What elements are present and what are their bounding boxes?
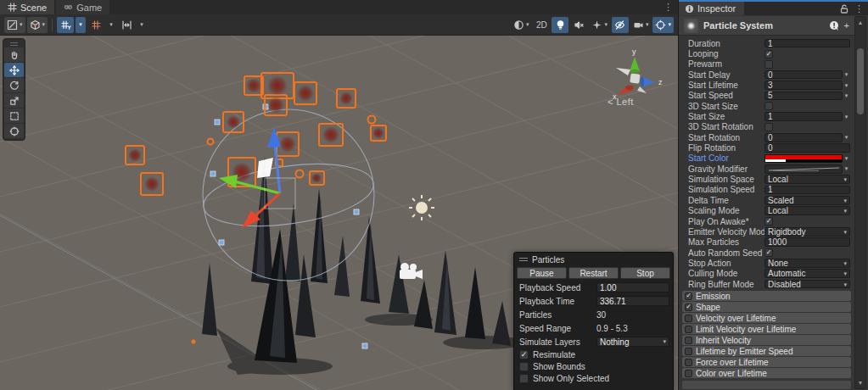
scene-viewport[interactable]: y z x < Left Particles PauseRestartStop … bbox=[0, 36, 678, 390]
particles-pause-button[interactable]: Pause bbox=[517, 267, 567, 279]
scene-tab-menu-icon[interactable]: ⋮ bbox=[664, 0, 673, 14]
playback-speed-field[interactable]: 1.00 bbox=[596, 282, 669, 292]
particles-stop-button[interactable]: Stop bbox=[620, 267, 670, 279]
view-angle-label[interactable]: < Left bbox=[608, 97, 634, 107]
module-row-limit-velocity-over-lifetime[interactable]: Limit Velocity over Lifetime bbox=[682, 324, 851, 334]
stop-action-dropdown[interactable]: None▾ bbox=[764, 259, 850, 268]
inspector-menu-icon[interactable]: ⋮ bbox=[854, 3, 864, 14]
lock-icon[interactable] bbox=[840, 4, 848, 14]
transform-tool-button[interactable] bbox=[4, 124, 24, 138]
grid-visibility-button[interactable] bbox=[57, 17, 74, 33]
3d-start-rotation-checkbox[interactable] bbox=[764, 123, 773, 131]
2d-mode-button[interactable]: 2D bbox=[533, 17, 550, 33]
draw-mode-button[interactable]: ▾ bbox=[511, 17, 532, 33]
playback-time-field[interactable]: 336.71 bbox=[596, 296, 669, 306]
force-over-lifetime-module-checkbox[interactable] bbox=[685, 359, 692, 366]
camera-settings-button[interactable]: ▾ bbox=[630, 17, 652, 33]
resimulate-checkbox[interactable]: ✓ bbox=[519, 350, 529, 359]
limit-velocity-over-lifetime-module-checkbox[interactable] bbox=[685, 326, 692, 333]
module-row-partial[interactable] bbox=[682, 381, 851, 389]
prewarm-checkbox[interactable] bbox=[764, 60, 773, 69]
hand-tool-button[interactable] bbox=[4, 47, 24, 62]
scaling-mode-dropdown[interactable]: Local▾ bbox=[764, 206, 850, 215]
snap-increment-dropdown[interactable]: ▾ bbox=[137, 17, 147, 33]
module-row-shape[interactable]: ✓Shape bbox=[682, 302, 851, 312]
start-color-swatch[interactable] bbox=[764, 154, 843, 164]
scale-tool-button[interactable] bbox=[4, 93, 24, 108]
component-header[interactable]: Particle System + bbox=[679, 16, 854, 36]
ring-buffer-mode-dropdown[interactable]: Disabled▾ bbox=[764, 280, 850, 289]
module-row-color-over-lifetime[interactable]: Color over Lifetime bbox=[682, 368, 851, 378]
simulate-layers-dropdown[interactable]: Nothing▾ bbox=[596, 337, 669, 347]
palette-drag-handle[interactable] bbox=[4, 41, 24, 47]
start-speed-field[interactable]: 5 bbox=[764, 92, 843, 101]
start-size-field[interactable]: 1 bbox=[764, 112, 843, 121]
start-speed-mode-dropdown-icon[interactable]: ▾ bbox=[843, 92, 850, 99]
module-row-force-over-lifetime[interactable]: Force over Lifetime bbox=[682, 357, 851, 367]
module-row-velocity-over-lifetime[interactable]: Velocity over Lifetime bbox=[682, 313, 851, 323]
start-rotation-mode-dropdown-icon[interactable]: ▾ bbox=[843, 134, 850, 141]
grid-snap-button[interactable] bbox=[87, 17, 104, 33]
velocity-over-lifetime-module-checkbox[interactable] bbox=[685, 315, 692, 322]
start-lifetime-field[interactable]: 3 bbox=[764, 81, 843, 90]
flip-rotation-field[interactable]: 0 bbox=[764, 143, 850, 153]
effects-button[interactable]: ▾ bbox=[589, 17, 610, 33]
scroll-up-icon[interactable]: ▲ bbox=[855, 20, 865, 25]
show-only-selected-checkbox[interactable] bbox=[519, 374, 529, 383]
emission-module-checkbox[interactable]: ✓ bbox=[685, 292, 692, 300]
particles-panel-header[interactable]: Particles bbox=[514, 253, 673, 265]
shape-module-checkbox[interactable]: ✓ bbox=[685, 304, 692, 311]
tool-pivot-button[interactable]: ▾ bbox=[27, 17, 48, 33]
gravity-modifier-mode-dropdown-icon[interactable]: ▾ bbox=[843, 165, 850, 172]
tool-handle-position-button[interactable]: ▾ bbox=[4, 17, 25, 33]
show-bounds-checkbox[interactable] bbox=[519, 362, 529, 371]
snap-increment-button[interactable] bbox=[118, 17, 135, 33]
inherit-velocity-module-checkbox[interactable] bbox=[685, 337, 692, 344]
camera-gizmo-icon[interactable] bbox=[400, 263, 423, 279]
grid-snap-dropdown[interactable]: ▾ bbox=[106, 17, 116, 33]
presets-bubble-icon[interactable] bbox=[829, 20, 840, 31]
tab-inspector[interactable]: Inspector bbox=[679, 2, 744, 15]
color-over-lifetime-module-checkbox[interactable] bbox=[685, 370, 692, 377]
start-delay-mode-dropdown-icon[interactable]: ▾ bbox=[843, 71, 850, 78]
start-size-mode-dropdown-icon[interactable]: ▾ bbox=[843, 114, 850, 120]
module-row-emission[interactable]: ✓Emission bbox=[682, 291, 851, 301]
scrollbar-thumb[interactable] bbox=[857, 48, 864, 114]
scene-visibility-button[interactable] bbox=[612, 17, 629, 33]
rect-tool-button[interactable] bbox=[4, 109, 24, 123]
looping-checkbox[interactable]: ✓ bbox=[764, 50, 773, 58]
max-particles-field[interactable]: 1000 bbox=[764, 237, 850, 247]
simulation-space-dropdown[interactable]: Local▾ bbox=[764, 175, 850, 184]
module-row-inherit-velocity[interactable]: Inherit Velocity bbox=[682, 335, 851, 345]
duration-field[interactable]: 1 bbox=[764, 39, 850, 48]
move-tool-button[interactable] bbox=[4, 63, 24, 77]
simulation-speed-field[interactable]: 1 bbox=[764, 186, 850, 195]
tab-scene[interactable]: Scene bbox=[0, 0, 54, 14]
emitter-velocity-mode-dropdown[interactable]: Rigidbody▾ bbox=[764, 227, 850, 237]
inspector-scrollbar[interactable]: ▲ ▼ bbox=[854, 16, 866, 389]
audio-mute-button[interactable] bbox=[570, 17, 587, 33]
3d-start-size-checkbox[interactable] bbox=[764, 102, 773, 110]
scroll-down-icon[interactable]: ▼ bbox=[855, 380, 865, 386]
play-on-awake-checkbox[interactable]: ✓ bbox=[764, 217, 773, 226]
add-icon[interactable]: + bbox=[844, 20, 849, 31]
rotate-tool-button[interactable] bbox=[4, 78, 24, 92]
directional-light-icon[interactable] bbox=[409, 195, 434, 220]
scene-lighting-button[interactable] bbox=[552, 17, 568, 33]
delta-time-dropdown[interactable]: Scaled▾ bbox=[764, 196, 850, 205]
grid-visibility-dropdown[interactable]: ▾ bbox=[76, 17, 86, 33]
auto-random-seed-checkbox[interactable]: ✓ bbox=[764, 248, 773, 257]
start-rotation-field[interactable]: 0 bbox=[764, 133, 843, 142]
culling-mode-dropdown[interactable]: Automatic▾ bbox=[764, 269, 850, 278]
resimulate-toggle[interactable]: ✓Resimulate bbox=[514, 348, 673, 360]
tab-game[interactable]: Game bbox=[56, 0, 109, 14]
start-delay-field[interactable]: 0 bbox=[764, 70, 843, 80]
module-row-lifetime-by-emitter-speed[interactable]: Lifetime by Emitter Speed bbox=[682, 346, 851, 356]
lifetime-by-emitter-speed-module-checkbox[interactable] bbox=[685, 348, 692, 355]
orientation-gizmo[interactable]: y z x bbox=[602, 47, 667, 100]
start-color-mode-dropdown-icon[interactable]: ▾ bbox=[843, 155, 850, 162]
start-lifetime-mode-dropdown-icon[interactable]: ▾ bbox=[843, 82, 850, 89]
gravity-modifier-curve-field[interactable] bbox=[764, 164, 843, 174]
show-bounds-toggle[interactable]: Show Bounds bbox=[514, 360, 673, 372]
show-only-selected-toggle[interactable]: Show Only Selected bbox=[514, 372, 673, 384]
